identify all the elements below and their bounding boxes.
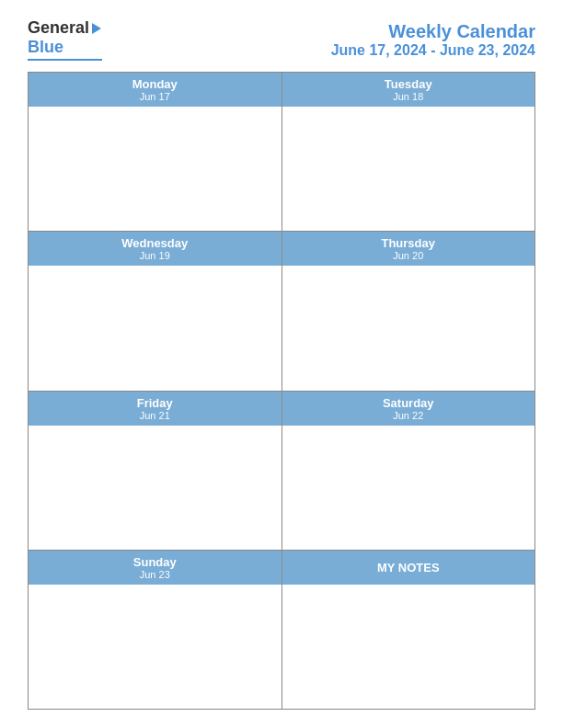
week-row-4: Sunday Jun 23 MY NOTES (29, 551, 534, 709)
wednesday-date: Jun 19 (140, 250, 170, 261)
week-row-1-body (29, 107, 534, 231)
monday-name: Monday (132, 77, 178, 91)
monday-header: Monday Jun 17 (29, 73, 282, 107)
calendar-date-range: June 17, 2024 - June 23, 2024 (331, 42, 535, 59)
logo: General Blue (28, 18, 102, 61)
saturday-header: Saturday Jun 22 (282, 392, 535, 426)
header-title: Weekly Calendar June 17, 2024 - June 23,… (331, 21, 535, 59)
friday-header: Friday Jun 21 (29, 392, 282, 426)
wednesday-header: Wednesday Jun 19 (29, 232, 282, 266)
logo-underline (28, 59, 102, 61)
thursday-name: Thursday (381, 236, 435, 250)
monday-date: Jun 17 (140, 91, 170, 102)
calendar-grid: Monday Jun 17 Tuesday Jun 18 Wednesday J… (28, 72, 535, 710)
week-row-4-body (29, 585, 534, 709)
thursday-header: Thursday Jun 20 (282, 232, 535, 266)
thursday-date: Jun 20 (393, 250, 423, 261)
tuesday-date: Jun 18 (393, 91, 423, 102)
notes-cell[interactable] (282, 585, 535, 709)
page: General Blue Weekly Calendar June 17, 20… (0, 0, 563, 728)
friday-cell[interactable] (29, 426, 282, 550)
tuesday-cell[interactable] (282, 107, 535, 231)
week-row-2: Wednesday Jun 19 Thursday Jun 20 (29, 232, 534, 391)
week-row-3: Friday Jun 21 Saturday Jun 22 (29, 392, 534, 551)
calendar-title: Weekly Calendar (331, 21, 535, 42)
thursday-cell[interactable] (282, 266, 535, 390)
saturday-name: Saturday (383, 396, 434, 410)
sunday-cell[interactable] (29, 585, 282, 709)
header: General Blue Weekly Calendar June 17, 20… (28, 18, 535, 61)
sunday-header: Sunday Jun 23 (29, 551, 282, 585)
week-row-3-header: Friday Jun 21 Saturday Jun 22 (29, 392, 534, 426)
wednesday-cell[interactable] (29, 266, 282, 390)
week-row-2-header: Wednesday Jun 19 Thursday Jun 20 (29, 232, 534, 266)
friday-name: Friday (137, 396, 173, 410)
saturday-date: Jun 22 (393, 410, 423, 421)
week-row-1-header: Monday Jun 17 Tuesday Jun 18 (29, 73, 534, 107)
wednesday-name: Wednesday (121, 236, 188, 250)
week-row-1: Monday Jun 17 Tuesday Jun 18 (29, 73, 534, 232)
logo-blue-text: Blue (28, 38, 63, 57)
week-row-2-body (29, 266, 534, 390)
monday-cell[interactable] (29, 107, 282, 231)
notes-header: MY NOTES (282, 551, 535, 585)
notes-label: MY NOTES (377, 561, 440, 574)
saturday-cell[interactable] (282, 426, 535, 550)
logo-triangle-icon (92, 23, 101, 34)
sunday-date: Jun 23 (140, 569, 170, 580)
friday-date: Jun 21 (140, 410, 170, 421)
week-row-4-header: Sunday Jun 23 MY NOTES (29, 551, 534, 585)
tuesday-name: Tuesday (385, 77, 432, 91)
week-row-3-body (29, 426, 534, 550)
sunday-name: Sunday (133, 555, 177, 569)
logo-general-text: General (28, 18, 89, 38)
tuesday-header: Tuesday Jun 18 (282, 73, 535, 107)
